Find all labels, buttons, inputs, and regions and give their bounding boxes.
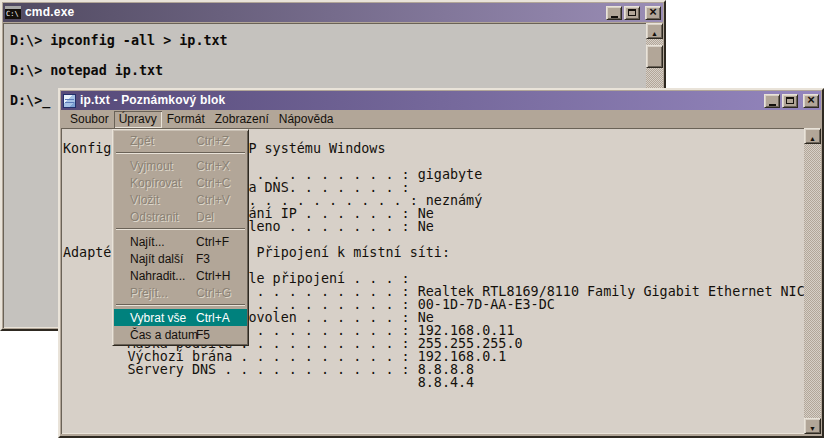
menu-item-label: Nahradit... bbox=[130, 269, 185, 283]
menu-item-shortcut: F5 bbox=[196, 328, 210, 342]
notepad-close-button[interactable] bbox=[803, 94, 819, 108]
menu-item-shortcut: Ctrl+C bbox=[196, 176, 230, 190]
menu-item-vyjmout: VyjmoutCtrl+X bbox=[114, 157, 247, 174]
notepad-window-controls bbox=[764, 94, 819, 108]
notepad-vertical-scrollbar[interactable] bbox=[804, 128, 821, 434]
maximize-icon bbox=[786, 97, 794, 104]
menu-item-shortcut: F3 bbox=[196, 252, 210, 266]
menu-item-nahradit[interactable]: Nahradit...Ctrl+H bbox=[114, 267, 247, 284]
menu-item-prejit: Přejít...Ctrl+G bbox=[114, 284, 247, 301]
menu-separator bbox=[116, 228, 245, 230]
notepad-window-title: ip.txt - Poznámkový blok bbox=[80, 93, 226, 108]
cmd-scroll-up-button[interactable] bbox=[646, 23, 663, 39]
edit-menu-popup: ZpětCtrl+ZVyjmoutCtrl+XKopírovatCtrl+CVl… bbox=[112, 129, 249, 346]
menu-separator bbox=[116, 304, 245, 306]
menubar-item-zobrazeni[interactable]: Zobrazení bbox=[210, 111, 274, 128]
scroll-down-arrow-icon bbox=[809, 417, 816, 435]
notepad-minimize-button[interactable] bbox=[764, 94, 780, 108]
menu-item-kopirovat: KopírovatCtrl+C bbox=[114, 174, 247, 191]
menu-item-odstranit: OdstranitDel bbox=[114, 208, 247, 225]
menu-item-shortcut: Ctrl+F bbox=[196, 235, 229, 249]
notepad-icon bbox=[63, 94, 76, 108]
menu-item-label: Najít další bbox=[130, 252, 183, 266]
menu-item-label: Odstranit bbox=[130, 210, 179, 224]
menu-item-shortcut: Del bbox=[196, 210, 214, 224]
menubar-item-napoveda[interactable]: Nápověda bbox=[274, 111, 339, 128]
minimize-icon bbox=[611, 8, 618, 18]
menu-item-cas-a-datum[interactable]: Čas a datumF5 bbox=[114, 326, 247, 343]
notepad-window: ip.txt - Poznámkový blok SouborÚpravyFor… bbox=[58, 88, 824, 438]
cmd-titlebar[interactable]: C:\ cmd.exe bbox=[3, 3, 663, 22]
cmd-scrollbar-thumb[interactable] bbox=[646, 45, 663, 68]
notepad-maximize-button[interactable] bbox=[782, 94, 798, 108]
menu-item-label: Čas a datum bbox=[130, 328, 198, 342]
cmd-maximize-button[interactable] bbox=[624, 6, 640, 20]
menu-item-shortcut: Ctrl+H bbox=[196, 269, 230, 283]
notepad-scroll-up-button[interactable] bbox=[804, 128, 821, 144]
minimize-icon bbox=[769, 96, 776, 106]
menu-item-najit-dalsi[interactable]: Najít dalšíF3 bbox=[114, 250, 247, 267]
close-icon bbox=[649, 9, 657, 17]
menu-item-shortcut: Ctrl+A bbox=[196, 311, 230, 325]
notepad-scroll-down-button[interactable] bbox=[804, 418, 821, 434]
menu-item-zpet: ZpětCtrl+Z bbox=[114, 132, 247, 149]
cmd-minimize-button[interactable] bbox=[606, 6, 622, 20]
menu-item-label: Najít... bbox=[130, 235, 165, 249]
notepad-titlebar[interactable]: ip.txt - Poznámkový blok bbox=[61, 91, 821, 110]
menu-item-shortcut: Ctrl+V bbox=[196, 193, 230, 207]
menu-item-label: Vložit bbox=[130, 193, 159, 207]
menu-item-shortcut: Ctrl+G bbox=[196, 286, 231, 300]
menu-item-vlozit: VložitCtrl+V bbox=[114, 191, 247, 208]
cmd-prompt-icon: C:\ bbox=[5, 6, 21, 19]
menu-item-label: Přejít... bbox=[130, 286, 168, 300]
cmd-window-controls bbox=[606, 6, 661, 20]
menu-item-label: Vybrat vše bbox=[130, 311, 186, 325]
menu-separator bbox=[116, 152, 245, 154]
menu-item-vybrat-vse[interactable]: Vybrat všeCtrl+A bbox=[114, 309, 247, 326]
menu-item-label: Zpět bbox=[130, 134, 154, 148]
close-icon bbox=[807, 97, 815, 105]
menubar-item-upravy[interactable]: Úpravy bbox=[114, 111, 162, 128]
notepad-menubar: SouborÚpravyFormátZobrazeníNápověda bbox=[61, 110, 821, 128]
maximize-icon bbox=[628, 9, 636, 16]
menu-item-shortcut: Ctrl+X bbox=[196, 159, 230, 173]
menu-item-label: Kopírovat bbox=[130, 176, 181, 190]
menubar-item-format[interactable]: Formát bbox=[162, 111, 210, 128]
menubar-item-soubor[interactable]: Soubor bbox=[65, 111, 114, 128]
cmd-window-title: cmd.exe bbox=[25, 5, 74, 20]
scroll-up-arrow-icon bbox=[809, 127, 816, 145]
scroll-up-arrow-icon bbox=[651, 22, 658, 40]
cmd-close-button[interactable] bbox=[645, 6, 661, 20]
menu-item-label: Vyjmout bbox=[130, 159, 173, 173]
menu-item-shortcut: Ctrl+Z bbox=[196, 134, 229, 148]
menu-item-najit[interactable]: Najít...Ctrl+F bbox=[114, 233, 247, 250]
